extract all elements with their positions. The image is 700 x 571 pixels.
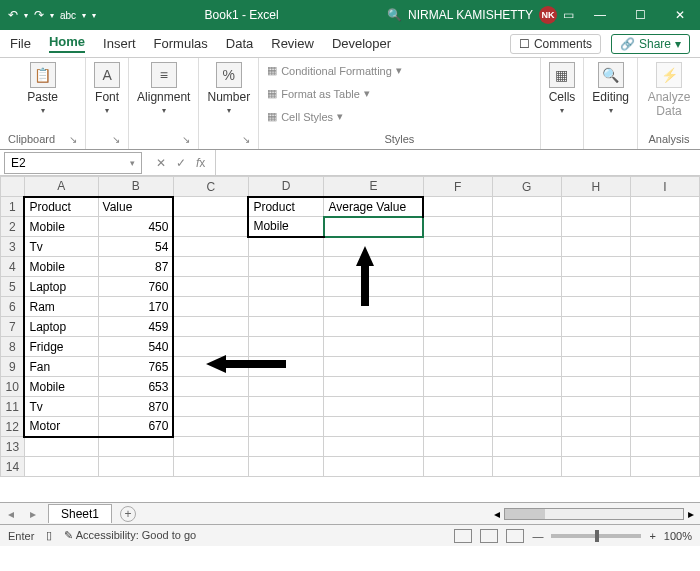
cell[interactable] <box>492 457 561 477</box>
cell[interactable] <box>324 317 423 337</box>
cell[interactable]: Value <box>98 197 173 217</box>
cells-dropdown[interactable]: ▾ <box>560 106 564 115</box>
zoom-slider[interactable] <box>551 534 641 538</box>
row-header[interactable]: 12 <box>1 417 25 437</box>
cell[interactable] <box>630 277 699 297</box>
cell[interactable]: Ram <box>24 297 98 317</box>
qat-dropdown[interactable]: ▾ <box>82 11 86 20</box>
font-launcher-icon[interactable]: ↘ <box>112 134 120 145</box>
cell[interactable] <box>173 337 248 357</box>
ribbon-display-icon[interactable]: ▭ <box>563 8 574 22</box>
number-icon[interactable]: % <box>216 62 242 88</box>
page-break-view-button[interactable] <box>506 529 524 543</box>
cell[interactable] <box>173 257 248 277</box>
cell[interactable] <box>248 377 324 397</box>
share-button[interactable]: 🔗 Share ▾ <box>611 34 690 54</box>
hscroll-right-icon[interactable]: ▸ <box>688 507 694 521</box>
enter-formula-icon[interactable]: ✓ <box>176 156 186 170</box>
cell[interactable] <box>561 397 630 417</box>
cell[interactable] <box>423 457 492 477</box>
zoom-in-button[interactable]: + <box>649 530 655 542</box>
col-header[interactable]: C <box>173 177 248 197</box>
cell[interactable] <box>324 377 423 397</box>
cell[interactable]: Mobile <box>24 377 98 397</box>
cell[interactable] <box>173 277 248 297</box>
cell[interactable]: 670 <box>98 417 173 437</box>
row-header[interactable]: 8 <box>1 337 25 357</box>
cell[interactable] <box>561 437 630 457</box>
cell[interactable]: 170 <box>98 297 173 317</box>
cell[interactable] <box>630 457 699 477</box>
cell[interactable] <box>423 337 492 357</box>
row-header[interactable]: 7 <box>1 317 25 337</box>
cancel-formula-icon[interactable]: ✕ <box>156 156 166 170</box>
cell[interactable] <box>492 237 561 257</box>
user-avatar[interactable]: NK <box>539 6 557 24</box>
cell[interactable] <box>324 337 423 357</box>
col-header[interactable]: E <box>324 177 423 197</box>
cell[interactable] <box>561 237 630 257</box>
cell[interactable] <box>630 357 699 377</box>
new-sheet-button[interactable]: + <box>120 506 136 522</box>
cell[interactable] <box>173 457 248 477</box>
col-header[interactable]: B <box>98 177 173 197</box>
cell[interactable] <box>324 437 423 457</box>
cell[interactable]: Laptop <box>24 277 98 297</box>
row-header[interactable]: 13 <box>1 437 25 457</box>
cell[interactable] <box>423 357 492 377</box>
cell[interactable] <box>248 237 324 257</box>
cell[interactable] <box>492 337 561 357</box>
cell[interactable] <box>561 277 630 297</box>
col-header[interactable]: G <box>492 177 561 197</box>
editing-dropdown[interactable]: ▾ <box>609 106 613 115</box>
cell[interactable] <box>561 197 630 217</box>
cell[interactable]: 459 <box>98 317 173 337</box>
cell[interactable] <box>324 237 423 257</box>
tab-data[interactable]: Data <box>226 36 253 51</box>
cell[interactable] <box>630 297 699 317</box>
cell[interactable] <box>324 457 423 477</box>
cell[interactable] <box>561 317 630 337</box>
cell[interactable] <box>561 417 630 437</box>
cell[interactable] <box>248 397 324 417</box>
zoom-out-button[interactable]: — <box>532 530 543 542</box>
cell[interactable]: Mobile <box>248 217 324 237</box>
cell[interactable] <box>248 297 324 317</box>
cell[interactable] <box>561 377 630 397</box>
redo-icon[interactable]: ↷ <box>34 8 44 22</box>
cell[interactable] <box>248 257 324 277</box>
cell[interactable]: 653 <box>98 377 173 397</box>
cell[interactable] <box>492 197 561 217</box>
cell[interactable]: Average Value <box>324 197 423 217</box>
col-header[interactable]: D <box>248 177 324 197</box>
alignment-launcher-icon[interactable]: ↘ <box>182 134 190 145</box>
cell[interactable]: Mobile <box>24 257 98 277</box>
cell[interactable] <box>173 297 248 317</box>
cell[interactable] <box>173 197 248 217</box>
cell[interactable] <box>423 277 492 297</box>
qat-item-icon[interactable]: abc <box>60 10 76 21</box>
cell[interactable] <box>630 197 699 217</box>
cell[interactable] <box>630 397 699 417</box>
cell-styles-button[interactable]: ▦Cell Styles ▾ <box>267 108 343 125</box>
sheet-tab[interactable]: Sheet1 <box>48 504 112 523</box>
tab-insert[interactable]: Insert <box>103 36 136 51</box>
cell[interactable]: Laptop <box>24 317 98 337</box>
row-header[interactable]: 11 <box>1 397 25 417</box>
cell[interactable] <box>423 217 492 237</box>
cell[interactable] <box>492 297 561 317</box>
search-icon[interactable]: 🔍 <box>387 8 402 22</box>
cell[interactable] <box>173 397 248 417</box>
cell[interactable]: Product <box>248 197 324 217</box>
zoom-level[interactable]: 100% <box>664 530 692 542</box>
cell[interactable] <box>324 417 423 437</box>
row-header[interactable]: 3 <box>1 237 25 257</box>
tab-developer[interactable]: Developer <box>332 36 391 51</box>
cell[interactable] <box>561 357 630 377</box>
editing-icon[interactable]: 🔍 <box>598 62 624 88</box>
conditional-formatting-button[interactable]: ▦Conditional Formatting ▾ <box>267 62 402 79</box>
cell[interactable] <box>423 197 492 217</box>
accessibility-status[interactable]: ✎ Accessibility: Good to go <box>64 529 196 542</box>
cell[interactable] <box>423 237 492 257</box>
cell[interactable]: Mobile <box>24 217 98 237</box>
